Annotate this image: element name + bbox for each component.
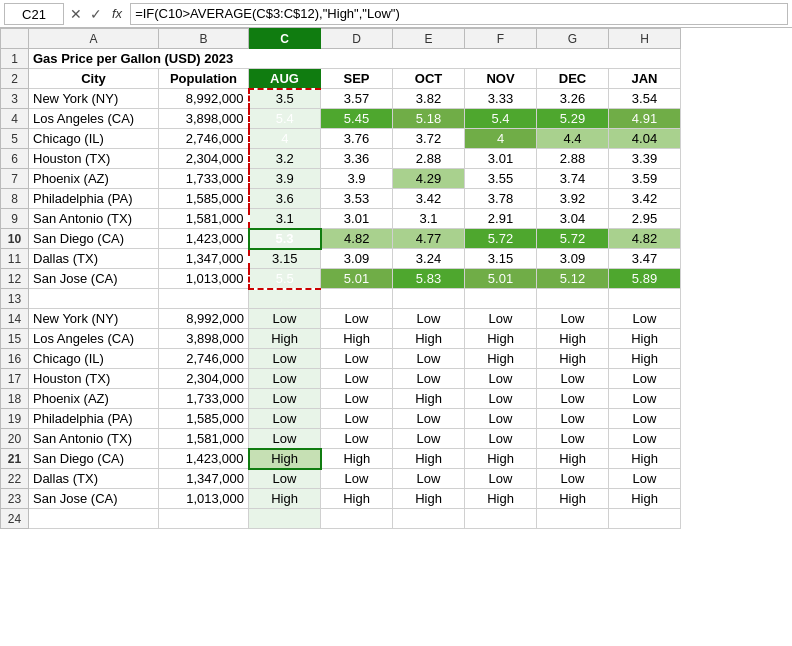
sep-19[interactable]: Low bbox=[321, 409, 393, 429]
oct-7[interactable]: 4.29 bbox=[393, 169, 465, 189]
confirm-icon[interactable]: ✓ bbox=[88, 6, 104, 22]
oct-5[interactable]: 3.72 bbox=[393, 129, 465, 149]
oct-16[interactable]: Low bbox=[393, 349, 465, 369]
pop-22[interactable]: 1,347,000 bbox=[159, 469, 249, 489]
jan-7[interactable]: 3.59 bbox=[609, 169, 681, 189]
oct-11[interactable]: 3.24 bbox=[393, 249, 465, 269]
cell-13-f[interactable] bbox=[465, 289, 537, 309]
jan-17[interactable]: Low bbox=[609, 369, 681, 389]
dec-4[interactable]: 5.29 bbox=[537, 109, 609, 129]
oct-8[interactable]: 3.42 bbox=[393, 189, 465, 209]
oct-18[interactable]: High bbox=[393, 389, 465, 409]
aug-6[interactable]: 3.2 bbox=[249, 149, 321, 169]
nov-11[interactable]: 3.15 bbox=[465, 249, 537, 269]
sep-9[interactable]: 3.01 bbox=[321, 209, 393, 229]
pop-14[interactable]: 8,992,000 bbox=[159, 309, 249, 329]
dec-10[interactable]: 5.72 bbox=[537, 229, 609, 249]
pop-18[interactable]: 1,733,000 bbox=[159, 389, 249, 409]
jan-10[interactable]: 4.82 bbox=[609, 229, 681, 249]
header-population[interactable]: Population bbox=[159, 69, 249, 89]
aug-7[interactable]: 3.9 bbox=[249, 169, 321, 189]
header-city[interactable]: City bbox=[29, 69, 159, 89]
oct-3[interactable]: 3.82 bbox=[393, 89, 465, 109]
nov-16[interactable]: High bbox=[465, 349, 537, 369]
jan-6[interactable]: 3.39 bbox=[609, 149, 681, 169]
aug-18[interactable]: Low bbox=[249, 389, 321, 409]
sep-17[interactable]: Low bbox=[321, 369, 393, 389]
sep-14[interactable]: Low bbox=[321, 309, 393, 329]
cell-13-g[interactable] bbox=[537, 289, 609, 309]
sep-20[interactable]: Low bbox=[321, 429, 393, 449]
nov-22[interactable]: Low bbox=[465, 469, 537, 489]
dec-17[interactable]: Low bbox=[537, 369, 609, 389]
jan-11[interactable]: 3.47 bbox=[609, 249, 681, 269]
dec-9[interactable]: 3.04 bbox=[537, 209, 609, 229]
sep-22[interactable]: Low bbox=[321, 469, 393, 489]
dec-16[interactable]: High bbox=[537, 349, 609, 369]
city-22[interactable]: Dallas (TX) bbox=[29, 469, 159, 489]
pop-11[interactable]: 1,347,000 bbox=[159, 249, 249, 269]
col-c-header[interactable]: C bbox=[249, 29, 321, 49]
pop-17[interactable]: 2,304,000 bbox=[159, 369, 249, 389]
aug-15[interactable]: High bbox=[249, 329, 321, 349]
dec-12[interactable]: 5.12 bbox=[537, 269, 609, 289]
cell-24-f[interactable] bbox=[465, 509, 537, 529]
city-15[interactable]: Los Angeles (CA) bbox=[29, 329, 159, 349]
sep-16[interactable]: Low bbox=[321, 349, 393, 369]
aug-10-selected[interactable]: 5.3 bbox=[249, 229, 321, 249]
oct-19[interactable]: Low bbox=[393, 409, 465, 429]
col-b-header[interactable]: B bbox=[159, 29, 249, 49]
cell-13-h[interactable] bbox=[609, 289, 681, 309]
dec-5[interactable]: 4.4 bbox=[537, 129, 609, 149]
nov-14[interactable]: Low bbox=[465, 309, 537, 329]
header-sep[interactable]: SEP bbox=[321, 69, 393, 89]
header-nov[interactable]: NOV bbox=[465, 69, 537, 89]
sep-3[interactable]: 3.57 bbox=[321, 89, 393, 109]
pop-9[interactable]: 1,581,000 bbox=[159, 209, 249, 229]
header-dec[interactable]: DEC bbox=[537, 69, 609, 89]
nov-12[interactable]: 5.01 bbox=[465, 269, 537, 289]
city-10[interactable]: San Diego (CA) bbox=[29, 229, 159, 249]
sep-5[interactable]: 3.76 bbox=[321, 129, 393, 149]
city-16[interactable]: Chicago (IL) bbox=[29, 349, 159, 369]
pop-21[interactable]: 1,423,000 bbox=[159, 449, 249, 469]
jan-12[interactable]: 5.89 bbox=[609, 269, 681, 289]
city-19[interactable]: Philadelphia (PA) bbox=[29, 409, 159, 429]
pop-4[interactable]: 3,898,000 bbox=[159, 109, 249, 129]
aug-12[interactable]: 5.5 bbox=[249, 269, 321, 289]
sep-6[interactable]: 3.36 bbox=[321, 149, 393, 169]
nov-5[interactable]: 4 bbox=[465, 129, 537, 149]
col-g-header[interactable]: G bbox=[537, 29, 609, 49]
aug-20[interactable]: Low bbox=[249, 429, 321, 449]
cell-24-e[interactable] bbox=[393, 509, 465, 529]
jan-4[interactable]: 4.91 bbox=[609, 109, 681, 129]
header-aug[interactable]: AUG bbox=[249, 69, 321, 89]
city-23[interactable]: San Jose (CA) bbox=[29, 489, 159, 509]
sep-12[interactable]: 5.01 bbox=[321, 269, 393, 289]
oct-21[interactable]: High bbox=[393, 449, 465, 469]
cell-13-b[interactable] bbox=[159, 289, 249, 309]
pop-16[interactable]: 2,746,000 bbox=[159, 349, 249, 369]
nov-21[interactable]: High bbox=[465, 449, 537, 469]
nov-3[interactable]: 3.33 bbox=[465, 89, 537, 109]
cell-24-d[interactable] bbox=[321, 509, 393, 529]
nov-23[interactable]: High bbox=[465, 489, 537, 509]
cancel-icon[interactable]: ✕ bbox=[68, 6, 84, 22]
dec-3[interactable]: 3.26 bbox=[537, 89, 609, 109]
dec-21[interactable]: High bbox=[537, 449, 609, 469]
city-20[interactable]: San Antonio (TX) bbox=[29, 429, 159, 449]
jan-3[interactable]: 3.54 bbox=[609, 89, 681, 109]
nov-17[interactable]: Low bbox=[465, 369, 537, 389]
cell-reference-box[interactable]: C21 bbox=[4, 3, 64, 25]
jan-23[interactable]: High bbox=[609, 489, 681, 509]
oct-10[interactable]: 4.77 bbox=[393, 229, 465, 249]
cell-24-g[interactable] bbox=[537, 509, 609, 529]
jan-8[interactable]: 3.42 bbox=[609, 189, 681, 209]
pop-3[interactable]: 8,992,000 bbox=[159, 89, 249, 109]
dec-18[interactable]: Low bbox=[537, 389, 609, 409]
pop-12[interactable]: 1,013,000 bbox=[159, 269, 249, 289]
jan-19[interactable]: Low bbox=[609, 409, 681, 429]
aug-23[interactable]: High bbox=[249, 489, 321, 509]
city-11[interactable]: Dallas (TX) bbox=[29, 249, 159, 269]
cell-24-c[interactable] bbox=[249, 509, 321, 529]
